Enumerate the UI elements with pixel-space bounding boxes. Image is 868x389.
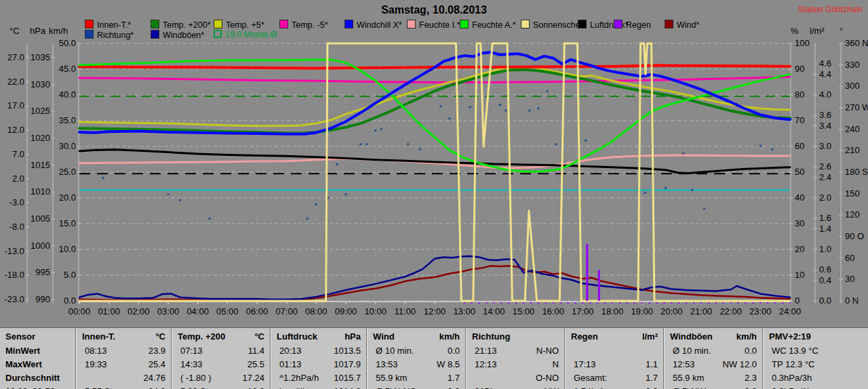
rain-tick-dot xyxy=(678,302,679,304)
table-cell-value: 1015.7 xyxy=(317,373,361,383)
direction-dot xyxy=(703,207,705,209)
direction-dot xyxy=(644,192,646,194)
table-cell: 21:13 xyxy=(475,346,497,356)
x-axis-label: 05:00 xyxy=(212,306,242,316)
rain-tick-dot xyxy=(634,302,635,304)
column-header-Temp. +200: Temp. +200 xyxy=(178,331,225,342)
rain-tick-dot xyxy=(486,302,487,304)
rain-tick-dot xyxy=(597,302,598,304)
table-cell: 12:53 xyxy=(673,359,695,369)
direction-dot xyxy=(528,110,530,112)
table-cell-value: 25.4 xyxy=(122,359,165,369)
table-cell-value: 17.24 xyxy=(221,373,264,383)
rain-tick-dot xyxy=(715,302,717,304)
table-cell: 07:13 xyxy=(180,346,203,356)
x-axis-label: 09:00 xyxy=(331,306,361,316)
column-unit: hPa xyxy=(326,331,361,342)
x-axis-label: 07:00 xyxy=(272,306,302,316)
direction-dot xyxy=(760,144,762,146)
column-header-Sensor: Sensor xyxy=(5,331,35,342)
table-cell: Gesamt: xyxy=(574,373,607,383)
rain-tick-dot xyxy=(574,302,576,304)
table-cell-value: 1.1 xyxy=(614,359,658,369)
table-cell-value: 11.4 xyxy=(221,346,264,356)
table-cell-value: NW xyxy=(515,386,559,389)
table-cell-value: W 8.5 xyxy=(416,359,460,369)
column-header-Richtung: Richtung xyxy=(472,331,510,342)
table-cell-value: O-NO xyxy=(515,373,559,383)
table-cell-value: 23.9 xyxy=(122,346,165,356)
table-cell: 20:13 xyxy=(279,346,302,356)
table-cell: 19:33 xyxy=(85,359,107,369)
table-cell-value: 16.2 xyxy=(221,386,264,389)
direction-dot xyxy=(307,218,309,220)
direction-dot xyxy=(555,143,557,145)
direction-dot xyxy=(359,143,361,145)
rain-tick-dot xyxy=(538,302,539,304)
x-axis-label: 13:00 xyxy=(450,306,479,316)
rain-tick-dot xyxy=(782,302,783,304)
rain-tick-dot xyxy=(642,302,643,304)
column-header-Windböen: Windböen xyxy=(670,331,713,342)
direction-dot xyxy=(771,148,773,150)
table-cell: Ø 10 min. xyxy=(376,346,414,356)
rain-tick-dot xyxy=(686,302,687,304)
table-cell: TP 12.3 °C xyxy=(772,359,815,369)
rain-tick-dot xyxy=(656,302,658,304)
direction-dot xyxy=(505,110,507,112)
rain-tick-dot xyxy=(701,302,702,304)
table-cell: ^1.2hPa/h xyxy=(279,373,319,383)
rain-tick-dot xyxy=(471,302,473,304)
table-cell-value: 1.7 xyxy=(614,373,658,383)
table-cell: 17:13 xyxy=(574,359,596,369)
rain-tick-dot xyxy=(752,302,753,304)
table-column-separator xyxy=(75,328,77,389)
rain-tick-dot xyxy=(568,302,569,304)
table-cell: 55.9 km xyxy=(376,373,407,383)
x-axis-label: 24:00 xyxy=(775,306,805,316)
direction-dot xyxy=(469,106,471,108)
x-axis-label: 19:00 xyxy=(627,306,657,316)
table-cell: 14:33 xyxy=(180,359,203,369)
table-cell: 1.7 l/m² xyxy=(574,386,603,389)
direction-dot xyxy=(374,129,376,131)
rain-tick-dot xyxy=(500,302,502,304)
table-cell-value: 24.76 xyxy=(122,373,165,383)
table-cell-value: 2.3 xyxy=(713,373,757,383)
table-cell-value: 0.0 xyxy=(614,386,658,389)
direction-dot xyxy=(537,108,539,110)
series-temp_m5 xyxy=(79,77,790,83)
table-cell: Durchschnitt xyxy=(5,373,60,383)
direction-dot xyxy=(419,148,421,150)
table-cell: MinWert xyxy=(5,346,40,356)
rain-tick-dot xyxy=(553,302,554,304)
table-cell: Ø 5' NW xyxy=(673,386,706,389)
table-cell-value: N-NO xyxy=(515,346,559,356)
table-cell: 01:13 xyxy=(279,359,302,369)
rain-tick-dot xyxy=(745,302,747,304)
direction-dot xyxy=(167,193,170,195)
column-unit: km/h xyxy=(722,331,757,342)
x-axis-label: 00:00 xyxy=(64,306,94,316)
rain-tick-dot xyxy=(738,302,739,304)
table-cell: 55.9 km xyxy=(673,373,704,383)
rain-tick-dot xyxy=(723,302,724,304)
rain-tick-dot xyxy=(627,302,628,304)
rain-tick-dot xyxy=(708,302,709,304)
x-axis-label: 17:00 xyxy=(568,306,597,316)
table-cell-value: 1017.9 xyxy=(317,359,361,369)
table-cell-value: NW 12.0 xyxy=(713,359,757,369)
table-cell-value: 0.0 xyxy=(713,386,757,389)
table-cell-value: 0.0 xyxy=(713,346,757,356)
direction-dot xyxy=(366,143,368,145)
x-axis-label: 14:00 xyxy=(479,306,509,316)
x-axis-label: 02:00 xyxy=(123,306,153,316)
rain-tick-dot xyxy=(515,302,517,304)
table-cell-value: 0.0 xyxy=(416,346,460,356)
direction-dot xyxy=(439,105,441,107)
direction-dot xyxy=(585,140,587,142)
direction-dot xyxy=(665,187,667,189)
table-cell: 5:00 St. xyxy=(180,386,211,389)
table-cell-value: 1014.6 xyxy=(317,386,361,389)
table-cell-value: 1013.5 xyxy=(317,346,361,356)
